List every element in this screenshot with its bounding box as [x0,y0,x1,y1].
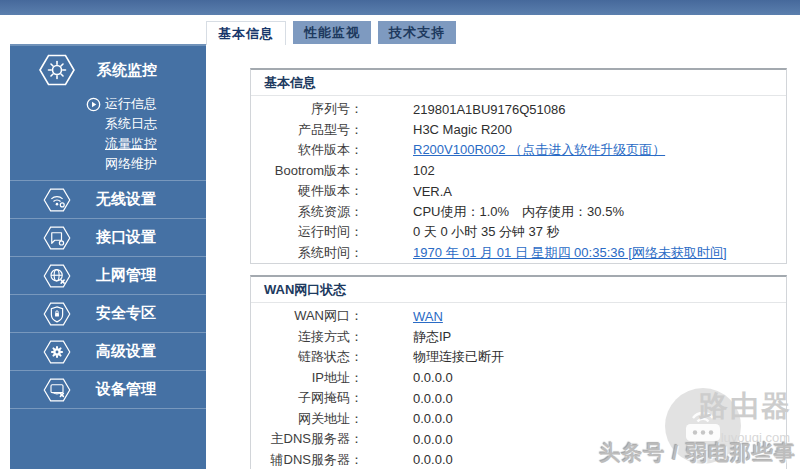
row-serial-number: 序列号： 219801A1BU9176Q51086 [251,99,786,120]
row-system-resources: 系统资源： CPU使用：1.0% 内存使用：30.5% [251,202,786,223]
sidebar-subitem-label: 运行信息 [105,95,157,113]
sidebar-subitem-running-info[interactable]: 运行信息 [10,94,206,114]
sidebar-item-label: 接口设置 [96,228,156,247]
internet-icon [42,261,72,291]
row-label: 链路状态： [251,348,363,366]
row-uptime: 运行时间： 0 天 0 小时 35 分钟 37 秒 [251,222,786,243]
advanced-icon [42,337,72,367]
play-circle-icon [86,97,101,112]
sidebar-group-internet: 上网管理 [10,257,206,295]
tab-bar: 基本信息 性能监视 技术支持 [206,21,456,44]
row-label: Bootrom版本： [251,162,363,180]
row-value: 0.0.0.0 [413,452,453,467]
sidebar-group-wireless: 无线设置 [10,181,206,219]
sidebar-item-label: 设备管理 [96,380,156,399]
wan-status-panel-title: WAN网口状态 [251,277,786,303]
sidebar-subitem-label: 网络维护 [105,155,157,173]
row-hardware-version: 硬件版本： VER.A [251,181,786,202]
basic-info-panel: 基本信息 序列号： 219801A1BU9176Q51086 产品型号： H3C… [250,68,787,264]
row-value: 0.0.0.0 [413,411,453,426]
row-label: 产品型号： [251,121,363,139]
sidebar-item-internet-management[interactable]: 上网管理 [10,257,206,294]
row-product-model: 产品型号： H3C Magic R200 [251,120,786,141]
sidebar-item-label: 安全专区 [96,304,156,323]
top-bar [0,0,800,15]
row-value: 219801A1BU9176Q51086 [413,102,566,117]
system-monitor-icon [37,50,77,90]
sidebar-subitem-label: 流量监控 [105,135,157,153]
row-label: WAN网口： [251,307,363,325]
row-system-time: 系统时间： 1970 年 01 月 01 日 星期四 00:35:36 [网络未… [251,243,786,264]
row-value: VER.A [413,184,452,199]
system-time-link[interactable]: 1970 年 01 月 01 日 星期四 00:35:36 [网络未获取时间] [413,244,727,262]
system-monitor-submenu: 运行信息 系统日志 流量监控 网络维护 [10,94,206,180]
row-link-status: 链路状态： 物理连接已断开 [251,347,786,368]
row-label: 连接方式： [251,328,363,346]
row-label: 系统资源： [251,203,363,221]
watermark-title: 路由器 [699,387,792,427]
wan-port-link[interactable]: WAN [413,309,443,324]
row-ip-address: IP地址： 0.0.0.0 [251,368,786,389]
sidebar-item-device-management[interactable]: 设备管理 [10,371,206,408]
sidebar-item-interface-settings[interactable]: 接口设置 [10,219,206,256]
security-icon [42,299,72,329]
row-label: 网关地址： [251,410,363,428]
tab-basic-info[interactable]: 基本信息 [206,21,286,45]
row-label: 辅DNS服务器： [251,451,363,469]
row-value: 0 天 0 小时 35 分钟 37 秒 [413,223,560,241]
row-label: IP地址： [251,369,363,387]
watermark-byline: 头条号 / 弱电那些事 [599,439,796,467]
row-bootrom-version: Bootrom版本： 102 [251,161,786,182]
sidebar-group-system-monitor: 系统监控 运行信息 系统日志 流量监控 网络维护 [10,46,206,181]
sidebar-group-advanced: 高级设置 [10,333,206,371]
sidebar-item-label: 上网管理 [96,266,156,285]
row-label: 系统时间： [251,244,363,262]
interface-icon [42,223,72,253]
device-icon [42,375,72,405]
sidebar-group-device: 设备管理 [10,371,206,409]
row-label: 子网掩码： [251,389,363,407]
sidebar: 系统监控 运行信息 系统日志 流量监控 网络维护 [10,44,206,469]
sidebar-group-interface: 接口设置 [10,219,206,257]
sidebar-subitem-network-maintenance[interactable]: 网络维护 [10,154,206,174]
row-value: CPU使用：1.0% 内存使用：30.5% [413,203,624,221]
row-wan-port: WAN网口： WAN [251,306,786,327]
sidebar-subitem-label: 系统日志 [105,115,157,133]
sidebar-item-system-monitor[interactable]: 系统监控 [10,46,206,94]
row-label: 运行时间： [251,223,363,241]
sidebar-item-label: 无线设置 [96,190,156,209]
row-software-version: 软件版本： R200V100R002 （点击进入软件升级页面） [251,140,786,161]
sidebar-item-advanced-settings[interactable]: 高级设置 [10,333,206,370]
sidebar-item-label: 高级设置 [96,342,156,361]
row-label: 硬件版本： [251,182,363,200]
sidebar-subitem-system-log[interactable]: 系统日志 [10,114,206,134]
sidebar-item-label: 系统监控 [97,61,157,80]
row-value: H3C Magic R200 [413,122,512,137]
sidebar-item-wireless-settings[interactable]: 无线设置 [10,181,206,218]
row-value: 0.0.0.0 [413,370,453,385]
row-label: 主DNS服务器： [251,430,363,448]
sidebar-subitem-traffic-monitor[interactable]: 流量监控 [10,134,206,154]
sidebar-item-security-zone[interactable]: 安全专区 [10,295,206,332]
row-value: 0.0.0.0 [413,432,453,447]
row-value: 102 [413,163,435,178]
row-connection-type: 连接方式： 静态IP [251,327,786,348]
row-label: 软件版本： [251,141,363,159]
row-value: 物理连接已断开 [413,348,504,366]
software-upgrade-link[interactable]: R200V100R002 （点击进入软件升级页面） [413,141,665,159]
tab-tech-support[interactable]: 技术支持 [378,21,456,44]
row-value: 静态IP [413,328,451,346]
tab-performance[interactable]: 性能监视 [293,21,371,44]
row-value: 0.0.0.0 [413,391,453,406]
wireless-icon [42,185,72,215]
sidebar-group-security: 安全专区 [10,295,206,333]
basic-info-panel-title: 基本信息 [251,70,786,96]
row-label: 序列号： [251,100,363,118]
